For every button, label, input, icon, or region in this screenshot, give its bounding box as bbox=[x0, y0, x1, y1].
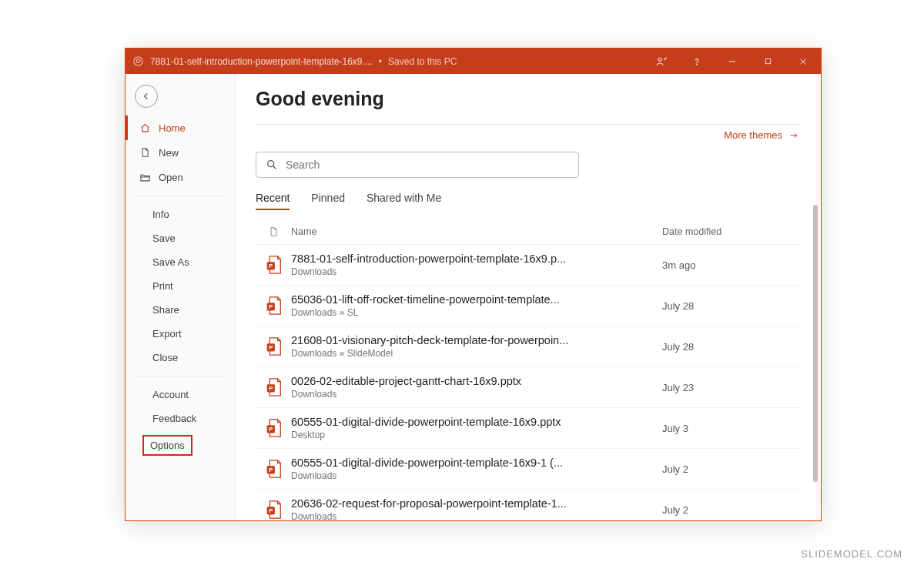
nav-label: Save As bbox=[152, 256, 189, 268]
file-list: P7881-01-self-introduction-powerpoint-te… bbox=[256, 245, 801, 520]
search-box[interactable] bbox=[256, 152, 579, 178]
main-panel: Good evening More themes Recent Pinned S… bbox=[236, 74, 821, 520]
nav-label: New bbox=[159, 147, 179, 159]
titlebar-right bbox=[650, 49, 815, 74]
nav-new[interactable]: New bbox=[126, 140, 235, 165]
file-location: Downloads bbox=[291, 389, 662, 400]
nav-label: Home bbox=[159, 122, 186, 134]
file-name: 60555-01-digital-divide-powerpoint-templ… bbox=[291, 457, 576, 469]
file-name: 65036-01-lift-off-rocket-timeline-powerp… bbox=[291, 293, 576, 306]
pptx-icon: P bbox=[256, 336, 291, 356]
file-info: 65036-01-lift-off-rocket-timeline-powerp… bbox=[291, 293, 662, 318]
svg-rect-4 bbox=[765, 59, 770, 63]
col-name[interactable]: Name bbox=[291, 226, 662, 237]
nav-open[interactable]: Open bbox=[126, 165, 235, 189]
scrollbar-thumb[interactable] bbox=[813, 205, 818, 482]
nav-label: Print bbox=[152, 280, 173, 292]
file-row[interactable]: P21608-01-visionary-pitch-deck-template-… bbox=[256, 326, 801, 367]
list-header: Name Date modified bbox=[256, 221, 801, 245]
file-location: Downloads bbox=[291, 511, 662, 520]
file-date: July 23 bbox=[662, 382, 801, 393]
svg-point-0 bbox=[133, 57, 142, 65]
file-row[interactable]: P0026-02-editable-project-gantt-chart-16… bbox=[256, 367, 801, 408]
nav-label: Open bbox=[159, 172, 183, 183]
nav-label: Save bbox=[152, 232, 176, 244]
tab-shared[interactable]: Shared with Me bbox=[367, 192, 441, 210]
file-row[interactable]: P20636-02-request-for-proposal-powerpoin… bbox=[256, 490, 801, 520]
close-button[interactable] bbox=[792, 49, 815, 74]
file-name: 21608-01-visionary-pitch-deck-template-f… bbox=[291, 334, 576, 346]
nav-label: Options bbox=[150, 440, 185, 451]
nav-print[interactable]: Print bbox=[126, 274, 235, 298]
nav-label: Account bbox=[152, 389, 189, 400]
nav-share[interactable]: Share bbox=[126, 298, 235, 322]
scrollbar[interactable] bbox=[812, 159, 819, 520]
file-date: July 2 bbox=[662, 463, 801, 475]
file-name: 0026-02-editable-project-gantt-chart-16x… bbox=[291, 375, 576, 387]
svg-point-8 bbox=[268, 161, 274, 167]
nav-label: Share bbox=[152, 304, 179, 316]
file-row[interactable]: P65036-01-lift-off-rocket-timeline-power… bbox=[256, 286, 801, 326]
back-button[interactable] bbox=[135, 85, 158, 108]
backstage-window: 7881-01-self-introduction-powerpoint-tem… bbox=[125, 48, 822, 521]
pptx-icon: P bbox=[256, 296, 291, 316]
col-date[interactable]: Date modified bbox=[662, 226, 801, 237]
file-icon bbox=[268, 226, 279, 238]
search-icon bbox=[266, 159, 278, 171]
nav-account[interactable]: Account bbox=[126, 383, 235, 406]
file-date: July 28 bbox=[662, 341, 801, 353]
file-name: 7881-01-self-introduction-powerpoint-tem… bbox=[291, 253, 576, 265]
file-info: 60555-01-digital-divide-powerpoint-templ… bbox=[291, 457, 662, 481]
arrow-right-icon bbox=[787, 131, 801, 140]
file-row[interactable]: P60555-01-digital-divide-powerpoint-temp… bbox=[256, 408, 801, 449]
file-row[interactable]: P60555-01-digital-divide-powerpoint-temp… bbox=[256, 449, 801, 490]
nav-close[interactable]: Close bbox=[126, 346, 235, 370]
nav-save-as[interactable]: Save As bbox=[126, 250, 235, 274]
svg-text:P: P bbox=[269, 344, 273, 351]
nav-feedback[interactable]: Feedback bbox=[126, 406, 235, 430]
svg-text:P: P bbox=[269, 507, 273, 514]
nav-label: Export bbox=[152, 328, 182, 340]
file-location: Downloads » SlideModel bbox=[291, 348, 662, 359]
nav-save[interactable]: Save bbox=[126, 226, 235, 250]
pptx-icon: P bbox=[256, 377, 291, 397]
open-icon bbox=[139, 171, 151, 183]
file-info: 60555-01-digital-divide-powerpoint-templ… bbox=[291, 416, 662, 440]
svg-line-9 bbox=[273, 166, 276, 169]
nav-separator bbox=[138, 196, 223, 196]
nav-info[interactable]: Info bbox=[126, 202, 235, 226]
svg-text:P: P bbox=[269, 263, 273, 269]
maximize-button[interactable] bbox=[756, 49, 779, 74]
pptx-icon: P bbox=[256, 500, 291, 520]
saved-status: Saved to this PC bbox=[388, 56, 457, 67]
tab-pinned[interactable]: Pinned bbox=[311, 192, 345, 210]
nav-label: Info bbox=[152, 209, 169, 220]
file-info: 7881-01-self-introduction-powerpoint-tem… bbox=[291, 253, 662, 277]
pptx-icon: P bbox=[256, 459, 291, 479]
file-info: 21608-01-visionary-pitch-deck-template-f… bbox=[291, 334, 662, 359]
pptx-icon: P bbox=[256, 418, 291, 438]
titlebar-left: 7881-01-self-introduction-powerpoint-tem… bbox=[132, 55, 644, 68]
home-icon bbox=[139, 122, 151, 134]
nav-options-wrapper: Options bbox=[126, 435, 235, 456]
help-icon[interactable] bbox=[685, 49, 708, 74]
account-icon[interactable] bbox=[650, 49, 673, 74]
pptx-icon: P bbox=[256, 255, 291, 275]
file-date: July 3 bbox=[662, 423, 801, 434]
file-name: 20636-02-request-for-proposal-powerpoint… bbox=[291, 497, 576, 510]
search-input[interactable] bbox=[286, 159, 569, 171]
file-row[interactable]: P7881-01-self-introduction-powerpoint-te… bbox=[256, 245, 801, 286]
tab-recent[interactable]: Recent bbox=[256, 192, 290, 210]
title-separator: • bbox=[379, 56, 382, 67]
nav-options[interactable]: Options bbox=[142, 435, 192, 456]
greeting: Good evening bbox=[256, 88, 801, 110]
nav-home[interactable]: Home bbox=[126, 115, 235, 140]
more-themes-link[interactable]: More themes bbox=[256, 129, 801, 141]
nav-export[interactable]: Export bbox=[126, 322, 235, 346]
file-info: 0026-02-editable-project-gantt-chart-16x… bbox=[291, 375, 662, 400]
file-name: 60555-01-digital-divide-powerpoint-templ… bbox=[291, 416, 576, 428]
powerpoint-app-icon bbox=[132, 55, 144, 68]
file-tabs: Recent Pinned Shared with Me bbox=[256, 192, 801, 210]
svg-text:P: P bbox=[269, 303, 273, 310]
minimize-button[interactable] bbox=[721, 49, 744, 74]
